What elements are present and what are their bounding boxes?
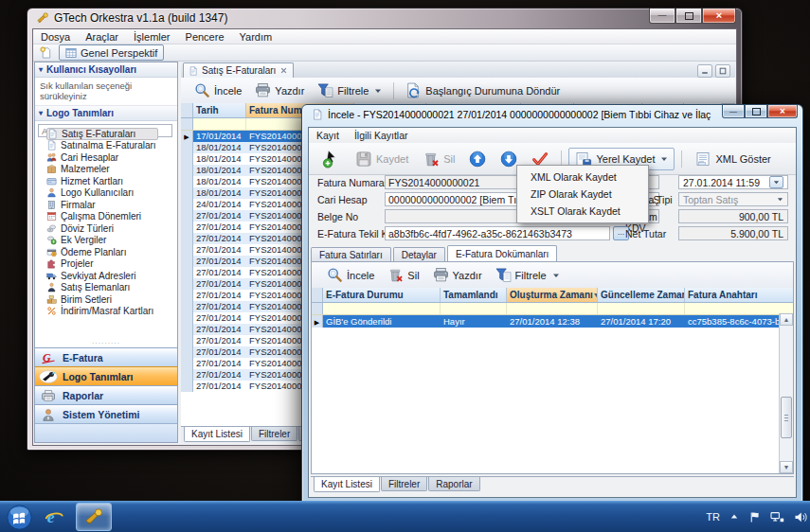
- internet-explorer-icon: e: [44, 506, 64, 527]
- sidebar-tree-item[interactable]: Projeler: [46, 258, 175, 271]
- dialog-bottom-tab[interactable]: Kayıt Listesi: [314, 477, 380, 492]
- sidebar-section-definitions[interactable]: ▾ Logo Tanımları: [35, 106, 177, 121]
- start-button[interactable]: [7, 505, 32, 530]
- mdi-minimize-button[interactable]: [697, 64, 712, 78]
- sidebar-section-shortcuts[interactable]: ▾ Kullanıcı Kısayolları: [35, 62, 177, 78]
- sidebar-tree-item[interactable]: Satınalma E-Faturaları: [46, 140, 175, 152]
- dialog-tab[interactable]: Detaylar: [393, 247, 445, 262]
- sidebar-tree-item[interactable]: Ek Vergiler: [46, 235, 175, 247]
- reset-button[interactable]: Başlangıç Durumuna Döndür: [400, 80, 566, 100]
- sidebar-tree-item[interactable]: Birim Setleri: [46, 293, 175, 306]
- show-xml-button[interactable]: XML Göster: [689, 149, 776, 169]
- dialog-bottom-tab[interactable]: Filtreler: [381, 477, 427, 491]
- column-header-fatura-anahtari[interactable]: Fatura Anahtarı: [685, 288, 780, 302]
- sidebar-tree-item[interactable]: Logo Kullanıcıları: [46, 187, 175, 200]
- doc-delete-button[interactable]: Sil: [382, 265, 424, 285]
- sidebar-tree-item[interactable]: Firmalar: [46, 199, 175, 211]
- save-menu-item[interactable]: ZIP Olarak Kaydet: [517, 186, 648, 203]
- dialog-menu-item[interactable]: Kayıt: [309, 130, 347, 141]
- sidebar-tree-item[interactable]: Ödeme Planları: [46, 246, 175, 258]
- volume-icon[interactable]: [794, 511, 808, 523]
- sidebar-tree-item[interactable]: Malzemeler: [46, 164, 175, 176]
- tab-satis-e-faturalari[interactable]: Satış E-Faturaları: [183, 62, 294, 78]
- new-record-button[interactable]: [316, 148, 347, 170]
- mdi-restore-button[interactable]: [715, 64, 730, 78]
- dialog-close-button[interactable]: ×: [767, 105, 798, 118]
- close-tab-icon[interactable]: [279, 66, 288, 75]
- printer-icon: [255, 82, 271, 98]
- menu-item[interactable]: Dosya: [33, 31, 78, 43]
- delete-button[interactable]: Sil: [417, 149, 460, 169]
- sidebar-nav-button[interactable]: Raporlar: [35, 385, 177, 404]
- menu-item[interactable]: Yardım: [232, 31, 280, 43]
- new-document-icon: [40, 46, 52, 59]
- dialog-tab[interactable]: E-Fatura Dokümanları: [447, 245, 557, 262]
- inspect-button[interactable]: İncele: [189, 80, 247, 100]
- scroll-down-arrow[interactable]: ▼: [780, 461, 793, 473]
- document-row[interactable]: GİB'e Gönderildi Hayır 27/01/2014 12:38 …: [312, 315, 793, 328]
- doc-print-button[interactable]: Yazdır: [427, 265, 488, 285]
- column-header-tamamlandi[interactable]: Tamamlandı: [441, 288, 507, 302]
- column-header-tarih[interactable]: Tarih: [193, 103, 246, 117]
- sidebar-tree-item[interactable]: Hizmet Kartları: [46, 175, 175, 187]
- column-header-guncelleme-zamani[interactable]: Güncelleme Zamanı: [598, 288, 685, 302]
- new-perspective-button[interactable]: [37, 45, 54, 60]
- show-hidden-icons-button[interactable]: [729, 512, 739, 522]
- save-button[interactable]: Kaydet: [350, 149, 414, 169]
- dialog-maximize-button[interactable]: [745, 105, 767, 118]
- sidebar-tree-item[interactable]: Döviz Türleri: [46, 222, 175, 235]
- sidebar-tree-item[interactable]: İndirim/Masraf Kartları: [46, 306, 175, 318]
- bottom-tab[interactable]: Filtreler: [251, 427, 297, 441]
- filter-button[interactable]: Filtrele: [312, 80, 387, 100]
- column-header-olusturma-zamani[interactable]: Oluşturma Zamanı: [507, 288, 598, 302]
- general-perspective-button[interactable]: Genel Perspektif: [59, 44, 164, 61]
- network-icon[interactable]: [770, 511, 784, 523]
- taskbar-orkestra-button[interactable]: [76, 503, 112, 531]
- sidebar-nav-button[interactable]: G E-Fatura: [35, 347, 177, 366]
- dialog-tab[interactable]: Fatura Satırları: [311, 247, 391, 262]
- date-dropdown-button[interactable]: [769, 176, 783, 188]
- previous-record-button[interactable]: [463, 149, 492, 169]
- perspective-toolbar: Genel Perspektif: [33, 44, 736, 62]
- taskbar-ie-button[interactable]: e: [37, 504, 71, 530]
- total-vat-field[interactable]: 900,00 TL: [678, 209, 788, 223]
- dialog-titlebar[interactable]: İncele - FYS2014000000021 27/01/2014 000…: [312, 109, 711, 120]
- save-menu-item[interactable]: XML Olarak Kaydet: [517, 168, 648, 186]
- dialog-bottom-tab[interactable]: Raporlar: [428, 477, 479, 491]
- dialog-menu-item[interactable]: İlgili Kayıtlar: [347, 130, 416, 141]
- main-titlebar[interactable]: GTech Orkestra v1.1a (build 1347): [36, 11, 227, 25]
- close-button[interactable]: ×: [702, 9, 736, 24]
- print-button[interactable]: Yazdır: [249, 80, 310, 100]
- invoice-type-field[interactable]: Toptan Satış: [678, 192, 788, 206]
- scroll-up-arrow[interactable]: ▲: [780, 313, 793, 326]
- sidebar-nav-button[interactable]: Logo Tanımları: [35, 366, 177, 385]
- unique-code-field[interactable]: a8b3fb6c-4fd7-4962-a35c-8621463b3473: [385, 226, 610, 240]
- menu-item[interactable]: Araçlar: [78, 31, 126, 43]
- minimize-button[interactable]: —: [649, 9, 675, 24]
- magnifier-icon: [327, 267, 343, 283]
- column-header-e-fatura-durumu[interactable]: E-Fatura Durumu: [323, 288, 441, 302]
- tree-item-label: Satınalma E-Faturaları: [61, 140, 156, 151]
- doc-inspect-button[interactable]: İncele: [321, 265, 380, 285]
- invoice-date-field[interactable]: 27.01.2014 11:59: [678, 175, 788, 189]
- sidebar-tree-item[interactable]: Satış Elemanları: [46, 282, 175, 294]
- sidebar-tree-item[interactable]: Çalışma Dönemleri: [46, 211, 175, 223]
- sidebar-tree-item[interactable]: Satış E-Faturaları: [46, 128, 158, 140]
- scrollbar-thumb[interactable]: [781, 397, 792, 438]
- sidebar-tree-item[interactable]: Cari Hesaplar: [46, 151, 175, 164]
- bottom-tab[interactable]: Kayıt Listesi: [184, 427, 250, 442]
- sidebar-tree-item[interactable]: Sevkiyat Adresleri: [46, 270, 175, 282]
- language-indicator[interactable]: TR: [706, 511, 720, 523]
- dialog-minimize-button[interactable]: —: [722, 105, 745, 118]
- sidebar-nav-button[interactable]: Sistem Yönetimi: [35, 404, 177, 423]
- doc-grid-vertical-scrollbar[interactable]: ▲ ▼: [779, 313, 793, 473]
- doc-grid-filter-row[interactable]: [312, 303, 793, 315]
- save-menu-item[interactable]: XSLT Olarak Kaydet: [517, 203, 648, 220]
- menu-item[interactable]: Pencere: [178, 31, 232, 43]
- action-center-icon[interactable]: [748, 511, 761, 523]
- net-total-field[interactable]: 5.900,00 TL: [678, 226, 788, 240]
- nav-splitter-handle[interactable]: ·········: [35, 341, 177, 347]
- maximize-button[interactable]: [675, 9, 702, 24]
- doc-filter-button[interactable]: Filtrele: [490, 265, 566, 285]
- menu-item[interactable]: İşlemler: [126, 31, 178, 43]
